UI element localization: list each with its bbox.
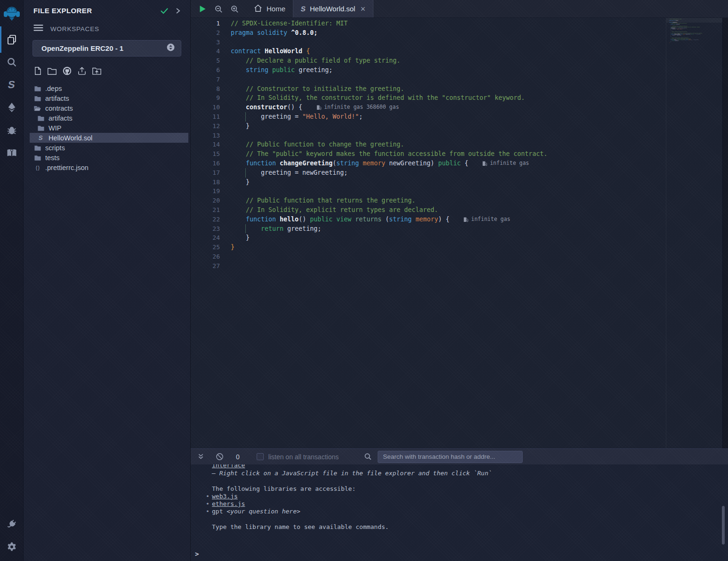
collapse-terminal-icon[interactable] xyxy=(197,453,204,460)
code-line-8: // Constructor to initialize the greetin… xyxy=(669,26,719,27)
code-line-4: contract HelloWorld { xyxy=(231,47,722,56)
workspace-name: OpenZeppelin ERC20 - 1 xyxy=(41,44,166,52)
code-line-25: } xyxy=(231,243,722,252)
gas-estimate-badge: infinite gas xyxy=(482,159,529,168)
line-number: 22 xyxy=(191,215,231,224)
sidebar-item-solidity-compiler[interactable]: S xyxy=(0,73,24,96)
workspaces-menu-icon[interactable] xyxy=(33,24,43,33)
code-line-21: // In Solidity, explicit return types ar… xyxy=(231,205,722,215)
terminal-line[interactable]: ethers.js xyxy=(212,500,728,508)
terminal-output[interactable]: interface – Right click on a JavaScript … xyxy=(191,464,728,561)
tree-item-contracts[interactable]: contracts xyxy=(30,103,188,113)
tree-item-tests[interactable]: tests xyxy=(30,153,188,163)
tree-item--prettierrc-json[interactable]: { }.prettierrc.json xyxy=(30,163,188,172)
new-folder-icon[interactable] xyxy=(47,67,57,75)
code-line-24: } xyxy=(669,41,719,42)
folder-icon xyxy=(34,96,41,101)
sidebar-item-deploy-run[interactable] xyxy=(0,96,24,119)
line-number: 25 xyxy=(191,243,231,252)
line-number: 2 xyxy=(191,28,231,38)
terminal-search-input[interactable] xyxy=(378,451,523,463)
line-number: 8 xyxy=(191,84,231,94)
zoom-in-icon[interactable] xyxy=(226,0,243,18)
tree-item--deps[interactable]: .deps xyxy=(30,83,188,93)
line-number: 21 xyxy=(191,205,231,215)
upload-file-icon[interactable] xyxy=(77,66,87,76)
line-number: 27 xyxy=(191,261,231,271)
workspaces-label: WORKSPACES xyxy=(50,25,99,33)
line-number: 9 xyxy=(191,93,231,103)
terminal-panel: 0 listen on all transactions interface –… xyxy=(191,448,728,561)
main-area: Home S HelloWorld.sol × 1234567891011121… xyxy=(191,0,728,561)
code-line-26 xyxy=(669,43,719,44)
code-line-6: string public greeting; xyxy=(231,65,722,75)
editor-gutter[interactable]: 1234567891011121314151617181920212223242… xyxy=(191,18,231,448)
sidebar-item-search[interactable] xyxy=(0,51,24,73)
terminal-line: Type the library name to see available c… xyxy=(212,523,728,531)
line-number: 13 xyxy=(191,131,231,140)
solidity-file-icon: S xyxy=(300,5,307,13)
code-line-5: // Declare a public field of type string… xyxy=(669,23,719,24)
code-editor[interactable]: 1234567891011121314151617181920212223242… xyxy=(191,18,722,448)
code-line-6: string public greeting; xyxy=(669,24,719,24)
line-number: 12 xyxy=(191,122,231,131)
tab-label: HelloWorld.sol xyxy=(310,5,355,13)
tree-item-helloworld-sol[interactable]: SHelloWorld.sol xyxy=(30,133,188,143)
sidebar-item-plugin-manager[interactable] xyxy=(0,513,24,536)
tree-item-artifacts[interactable]: artifacts xyxy=(30,113,188,123)
tree-item-label: HelloWorld.sol xyxy=(49,134,92,142)
solidity-compiler-icon: S xyxy=(7,79,16,91)
github-clone-icon[interactable] xyxy=(62,66,72,76)
run-script-button[interactable] xyxy=(194,0,210,18)
sidebar-item-debugger[interactable] xyxy=(0,119,24,141)
code-line-26 xyxy=(231,252,722,261)
sidebar-item-file-explorer[interactable] xyxy=(0,28,24,51)
code-line-18: } xyxy=(231,178,722,187)
code-line-13 xyxy=(669,31,719,32)
checkmark-icon[interactable] xyxy=(160,7,169,15)
gas-estimate-badge: infinite gas xyxy=(696,33,700,34)
code-line-3 xyxy=(231,38,722,47)
upload-folder-icon[interactable] xyxy=(92,66,102,75)
code-line-22: function hello() public view returns (st… xyxy=(669,40,719,41)
tree-item-label: scripts xyxy=(45,144,65,152)
remix-logo[interactable] xyxy=(0,0,24,24)
zoom-out-icon[interactable] xyxy=(210,0,226,18)
sidebar-item-settings[interactable] xyxy=(0,536,24,558)
tree-item-wip[interactable]: WIP xyxy=(30,123,188,133)
code-line-15: // The "public" keyword makes the functi… xyxy=(669,33,719,33)
terminal-line[interactable]: web3.js xyxy=(212,493,728,500)
listen-transactions-checkbox[interactable] xyxy=(257,453,264,460)
tree-item-label: .deps xyxy=(45,85,62,92)
tab-home[interactable]: Home xyxy=(246,0,293,17)
tree-item-scripts[interactable]: scripts xyxy=(30,143,188,153)
terminal-link[interactable]: web3.js xyxy=(212,493,238,500)
code-line-9: // In Solidity, the constructor is defin… xyxy=(669,27,719,28)
line-number: 19 xyxy=(191,187,231,196)
terminal-search-icon xyxy=(364,453,372,461)
terminal-line: interface xyxy=(212,464,728,470)
folder-icon xyxy=(37,115,44,121)
terminal-link[interactable]: ethers.js xyxy=(212,500,245,507)
line-number: 14 xyxy=(191,140,231,149)
close-tab-icon[interactable]: × xyxy=(360,5,365,13)
line-number: 18 xyxy=(191,178,231,187)
clear-console-icon[interactable] xyxy=(216,453,224,461)
tree-item-artifacts[interactable]: artifacts xyxy=(30,93,188,103)
new-file-icon[interactable] xyxy=(33,66,42,75)
deploy-run-icon xyxy=(6,102,17,113)
debugger-icon xyxy=(6,124,17,136)
tab-helloworld-sol[interactable]: S HelloWorld.sol × xyxy=(293,0,373,17)
folder-icon xyxy=(34,145,41,151)
terminal-scrollbar-thumb[interactable] xyxy=(722,506,725,545)
workspace-select[interactable]: OpenZeppelin ERC20 - 1 xyxy=(32,40,181,57)
terminal-prompt[interactable]: > xyxy=(195,550,199,558)
line-number: 24 xyxy=(191,233,231,243)
editor-minimap[interactable]: // SPDX-License-Identifier: MITpragma so… xyxy=(666,18,722,448)
code-line-14: // Public function to change the greetin… xyxy=(231,140,722,149)
tree-item-label: .prettierrc.json xyxy=(45,164,89,171)
chevron-right-icon[interactable] xyxy=(175,7,181,15)
sidebar-item-learneth[interactable] xyxy=(0,141,24,164)
line-number: 1 xyxy=(191,19,231,28)
line-number: 26 xyxy=(191,252,231,261)
